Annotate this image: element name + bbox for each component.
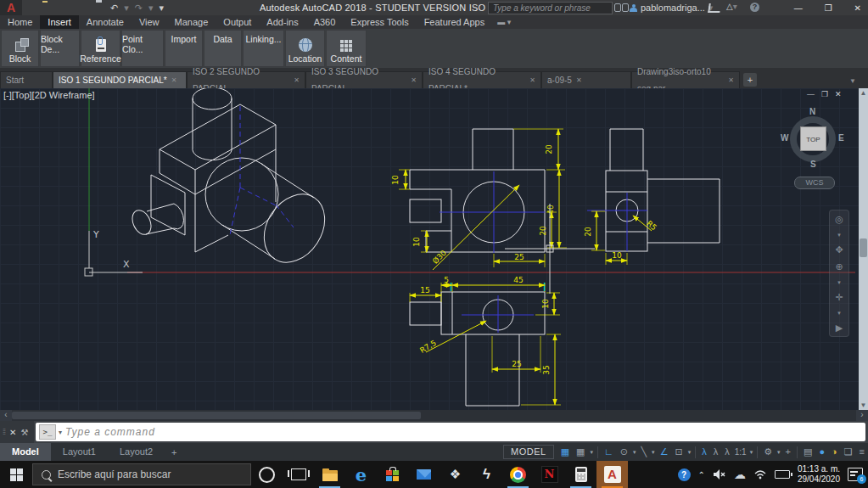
orbit-icon[interactable]: ✛ <box>835 293 843 302</box>
viewport-controls-label[interactable]: [-][Top][2D Wireframe] <box>3 90 95 100</box>
viewcube-east[interactable]: E <box>838 133 844 143</box>
close-tab-icon[interactable] <box>411 72 417 89</box>
close-tab-icon[interactable] <box>171 72 177 89</box>
workspace-switching-icon[interactable] <box>760 443 776 461</box>
drag-grip-icon[interactable]: ⁞⁞ <box>3 428 5 436</box>
annotation-monitor-icon[interactable] <box>782 443 794 461</box>
viewcube-south[interactable]: S <box>810 160 816 169</box>
ribbon-point-cloud-panel[interactable]: Point Clo... <box>121 30 164 67</box>
help-search-input[interactable]: Type a keyword or phrase <box>488 2 613 14</box>
object-snap-tracking-toggle[interactable] <box>657 443 672 461</box>
hardware-acceleration-icon[interactable] <box>828 443 841 461</box>
exchange-apps-icon[interactable]: △ <box>726 2 737 11</box>
close-tab-icon[interactable] <box>529 72 535 89</box>
isodraft-toggle[interactable] <box>637 443 650 461</box>
command-customize-icon[interactable] <box>20 428 28 437</box>
navbar-dropdown-icon[interactable]: ▾ <box>836 232 843 238</box>
viewcube-north[interactable]: N <box>809 107 815 116</box>
orbit-dropdown-icon[interactable]: ▾ <box>836 310 843 316</box>
action-center-icon[interactable]: 6 <box>848 468 863 481</box>
grid-display-toggle[interactable] <box>557 443 573 461</box>
ortho-toggle[interactable] <box>601 443 617 461</box>
recent-commands-icon[interactable] <box>59 429 62 436</box>
ribbon-location-button[interactable]: Location <box>285 30 325 67</box>
new-layout-button[interactable]: + <box>165 447 183 457</box>
signin-user[interactable]: pablomadriga... <box>630 2 713 14</box>
close-tab-icon[interactable] <box>294 72 300 89</box>
clean-screen-icon[interactable] <box>841 443 856 461</box>
file-tab-iso4[interactable]: ISO 4 SEGUNDO PARCIAL* <box>423 71 541 88</box>
customization-menu-icon[interactable] <box>856 443 868 461</box>
close-tab-icon[interactable] <box>728 72 734 89</box>
viewcube-west[interactable]: W <box>781 133 788 143</box>
wifi-icon[interactable] <box>753 469 767 480</box>
polar-dropdown-icon[interactable]: ▾ <box>631 449 638 456</box>
mail-button[interactable] <box>408 461 440 488</box>
tab-overflow-icon[interactable]: ▼ <box>849 77 856 85</box>
maximize-button[interactable] <box>825 3 832 13</box>
hidden-icons-chevron[interactable]: ⌃ <box>698 470 705 480</box>
scroll-down-icon[interactable]: ▼ <box>859 401 868 409</box>
command-line-grip[interactable]: ⁞⁞ <box>0 421 34 443</box>
tab-addins[interactable]: Add-ins <box>259 15 305 29</box>
file-tab-iso1[interactable]: ISO 1 SEGUNDO PARCIAL* <box>53 71 187 88</box>
battery-icon[interactable] <box>775 470 790 479</box>
autoscale-toggle[interactable] <box>710 443 722 461</box>
dropbox-button[interactable]: ❖ <box>440 461 471 488</box>
isodraft-dropdown-icon[interactable]: ▾ <box>650 449 657 456</box>
undo-icon[interactable] <box>110 3 118 14</box>
autocad-logo[interactable]: A <box>0 0 22 15</box>
tab-layout1[interactable]: Layout1 <box>51 443 108 461</box>
tab-a360[interactable]: A360 <box>306 15 344 29</box>
minimize-button[interactable] <box>794 3 803 13</box>
tab-manage[interactable]: Manage <box>167 15 216 29</box>
new-file-icon[interactable] <box>25 3 36 13</box>
tab-featured-apps[interactable]: Featured Apps <box>417 15 493 29</box>
ribbon-collapse-icon[interactable]: ▬ ▾ <box>497 15 511 29</box>
new-tab-button[interactable]: + <box>743 73 757 87</box>
volume-muted-icon[interactable] <box>713 468 726 480</box>
taskbar-search-input[interactable]: Escribe aquí para buscar <box>32 463 251 485</box>
viewport-restore-icon[interactable] <box>821 90 828 98</box>
tab-express-tools[interactable]: Express Tools <box>343 15 416 29</box>
scroll-left-icon[interactable] <box>0 410 12 421</box>
workspace-dropdown-icon[interactable]: ▾ <box>776 449 782 456</box>
scale-dropdown-icon[interactable]: ▾ <box>748 449 755 456</box>
ribbon-data-panel[interactable]: Data <box>204 30 242 67</box>
save-icon[interactable] <box>59 3 70 13</box>
store-cart-icon[interactable] <box>708 3 721 13</box>
chrome-button[interactable] <box>502 461 534 488</box>
file-tab-iso2[interactable]: ISO 2 SEGUNDO PARCIAL <box>187 71 305 88</box>
scroll-up-icon[interactable]: ▲ <box>859 89 868 97</box>
ribbon-block-definition-panel[interactable]: Block De... <box>40 30 80 67</box>
file-explorer-button[interactable] <box>314 461 345 488</box>
quick-properties-toggle[interactable] <box>800 443 815 461</box>
tab-insert[interactable]: Insert <box>40 15 79 29</box>
close-button[interactable] <box>854 3 861 13</box>
annotation-scale-value[interactable]: 1:1 <box>733 447 748 457</box>
wcs-menu[interactable]: WCS <box>794 177 835 189</box>
file-tab-iso3[interactable]: ISO 3 SEGUNDO PARCIAL <box>305 71 423 88</box>
scroll-right-icon[interactable] <box>856 410 868 421</box>
model-paper-toggle[interactable]: MODEL <box>503 445 554 459</box>
horizontal-scroll-thumb[interactable] <box>12 412 421 419</box>
annotation-visibility-toggle[interactable] <box>698 443 710 461</box>
tab-output[interactable]: Output <box>216 15 259 29</box>
showmotion-icon[interactable]: ▶ <box>836 323 843 333</box>
viewcube-top-face[interactable]: TOP <box>800 126 826 151</box>
taskbar-clock[interactable]: 01:13 a. m. 29/04/2020 <box>798 464 840 485</box>
tray-help-icon[interactable]: ? <box>678 468 691 481</box>
open-file-icon[interactable] <box>42 3 53 13</box>
ribbon-reference-button[interactable]: Reference <box>81 30 120 67</box>
osnap-dropdown-icon[interactable]: ▾ <box>686 449 693 456</box>
task-view-button[interactable] <box>283 461 314 488</box>
vertical-scrollbar[interactable]: ▲ ▼ <box>859 88 868 410</box>
calculator-button[interactable] <box>565 461 596 488</box>
annotation-scale-icon[interactable] <box>721 443 733 461</box>
cortana-button[interactable] <box>251 461 283 488</box>
ribbon-import-panel[interactable]: Import <box>165 30 203 67</box>
zoom-icon[interactable]: ⊕ <box>835 262 843 272</box>
ribbon-linking-panel[interactable]: Linking... <box>243 30 284 67</box>
edge-button[interactable]: e <box>345 461 377 488</box>
tab-layout2[interactable]: Layout2 <box>108 443 165 461</box>
